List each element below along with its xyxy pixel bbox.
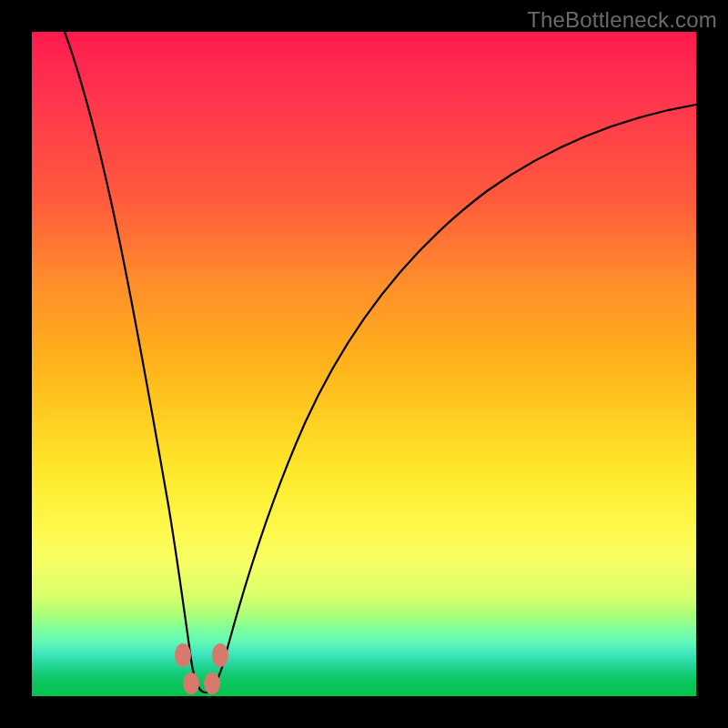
marker-left-upper <box>175 643 191 667</box>
marker-left-lower <box>183 672 199 694</box>
marker-right-upper <box>212 643 228 667</box>
marker-right-lower <box>204 672 220 694</box>
watermark-text: TheBottleneck.com <box>527 7 717 33</box>
plot-area <box>32 32 696 696</box>
bottleneck-curve <box>65 32 696 693</box>
curve-svg <box>32 32 696 696</box>
